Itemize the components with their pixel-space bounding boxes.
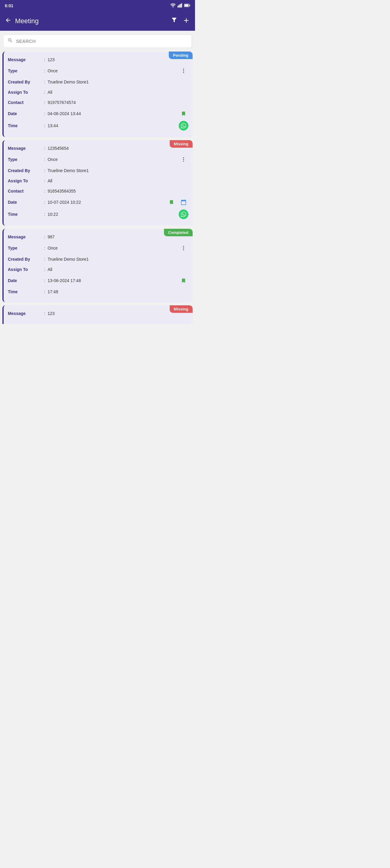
status-time: 6:01: [5, 3, 13, 8]
filter-icon[interactable]: [171, 17, 178, 26]
status-bar: 6:01: [0, 0, 195, 11]
card-row-message: Message : 987: [8, 233, 188, 241]
card-row-message: Message : 123: [8, 56, 188, 64]
card-row-actions: [179, 276, 188, 285]
card-row-assign-to: Assign To : All: [8, 177, 188, 185]
status-icons: [170, 3, 190, 8]
svg-point-8: [183, 69, 184, 70]
field-label: Message: [8, 235, 44, 239]
card-item-3[interactable]: Completed Message : 987 Type : Once Crea…: [2, 229, 192, 302]
svg-point-12: [183, 159, 184, 160]
field-label: Assign To: [8, 179, 44, 183]
card-row-date: Date : 10-07-2024 10:22: [8, 197, 188, 207]
more-icon[interactable]: [179, 155, 188, 164]
field-label: Contact: [8, 189, 44, 193]
search-bar: [3, 34, 192, 48]
top-bar: Meeting: [0, 11, 195, 31]
field-value: All: [48, 179, 188, 183]
status-badge: Completed: [164, 229, 192, 236]
field-label: Time: [8, 289, 44, 294]
bookmark-icon[interactable]: [179, 109, 188, 119]
card-row-created-by: Created By : Trueline Demo Store1: [8, 255, 188, 263]
more-icon[interactable]: [179, 243, 188, 253]
field-label: Created By: [8, 257, 44, 261]
card-row-type: Type : Once: [8, 155, 188, 164]
field-label: Time: [8, 123, 44, 128]
card-row-created-by: Created By : Trueline Demo Store1: [8, 167, 188, 175]
field-label: Assign To: [8, 90, 44, 95]
svg-point-15: [183, 247, 184, 248]
field-value: 10-07-2024 10:22: [48, 200, 167, 205]
field-value: All: [48, 90, 188, 95]
svg-rect-1: [178, 5, 178, 7]
card-row-message: Message : 123545654: [8, 144, 188, 152]
field-value: Trueline Demo Store1: [48, 168, 188, 173]
card-row-assign-to: Assign To : All: [8, 266, 188, 273]
field-value: 916543564355: [48, 189, 188, 193]
field-value: 13:44: [48, 123, 179, 128]
back-button[interactable]: [5, 17, 11, 25]
field-label: Date: [8, 278, 44, 283]
card-item-1[interactable]: Pending Message : 123 Type : Once Create…: [2, 52, 192, 137]
field-value: 919757674574: [48, 100, 188, 105]
field-label: Date: [8, 200, 44, 205]
whatsapp-icon[interactable]: [179, 121, 188, 130]
field-label: Type: [8, 68, 44, 73]
signal-icon: [178, 3, 182, 8]
search-icon: [7, 38, 13, 44]
field-value: 04-06-2024 13:44: [48, 111, 179, 116]
card-row-time: Time : 10:22: [8, 210, 188, 219]
card-row-actions: [179, 121, 188, 130]
card-row-type: Type : Once: [8, 243, 188, 253]
card-row-actions: [179, 109, 188, 119]
svg-point-9: [183, 70, 184, 71]
field-value: Once: [48, 246, 179, 250]
more-icon[interactable]: [179, 66, 188, 76]
status-badge: Missing: [170, 140, 192, 148]
page-title: Meeting: [15, 17, 167, 25]
add-icon[interactable]: [182, 17, 190, 26]
card-row-actions: [179, 243, 188, 253]
field-label: Date: [8, 111, 44, 116]
field-value: 13-06-2024 17:48: [48, 278, 179, 283]
field-value: 10:22: [48, 212, 179, 217]
svg-rect-6: [184, 4, 188, 6]
field-label: Type: [8, 157, 44, 162]
search-input[interactable]: [16, 38, 187, 44]
cards-list: Pending Message : 123 Type : Once Create…: [0, 52, 195, 330]
card-row-time: Time : 13:44: [8, 121, 188, 130]
card-row-contact: Contact : 916543564355: [8, 187, 188, 195]
field-label: Time: [8, 212, 44, 217]
field-label: Message: [8, 57, 44, 62]
status-badge: Pending: [169, 52, 192, 59]
whatsapp-icon[interactable]: [179, 210, 188, 219]
field-value: Once: [48, 157, 179, 162]
svg-point-10: [183, 72, 184, 73]
card-row-actions: [179, 155, 188, 164]
svg-point-13: [183, 161, 184, 161]
battery-icon: [184, 4, 190, 8]
card-row-contact: Contact : 919757674574: [8, 98, 188, 106]
status-badge: Missing: [170, 305, 192, 313]
svg-point-16: [183, 249, 184, 250]
bookmark-icon[interactable]: [179, 276, 188, 285]
svg-point-11: [183, 157, 184, 158]
card-row-type: Type : Once: [8, 66, 188, 76]
calendar-icon[interactable]: [179, 197, 188, 207]
card-item-2[interactable]: Missing Message : 123545654 Type : Once …: [2, 140, 192, 226]
svg-point-0: [173, 6, 174, 7]
field-value: 17:48: [48, 289, 188, 294]
card-row-date: Date : 04-06-2024 13:44: [8, 109, 188, 119]
card-item-4[interactable]: Missing Message : 123: [2, 305, 192, 324]
svg-rect-4: [181, 3, 182, 7]
field-label: Message: [8, 311, 44, 316]
svg-rect-7: [189, 4, 190, 6]
wifi-icon: [170, 3, 176, 8]
field-label: Created By: [8, 80, 44, 84]
card-row-message: Message : 123: [8, 310, 188, 317]
bookmark-icon[interactable]: [167, 197, 176, 207]
svg-rect-3: [180, 4, 181, 7]
svg-point-14: [183, 246, 184, 247]
field-label: Message: [8, 146, 44, 151]
field-value: All: [48, 267, 188, 272]
